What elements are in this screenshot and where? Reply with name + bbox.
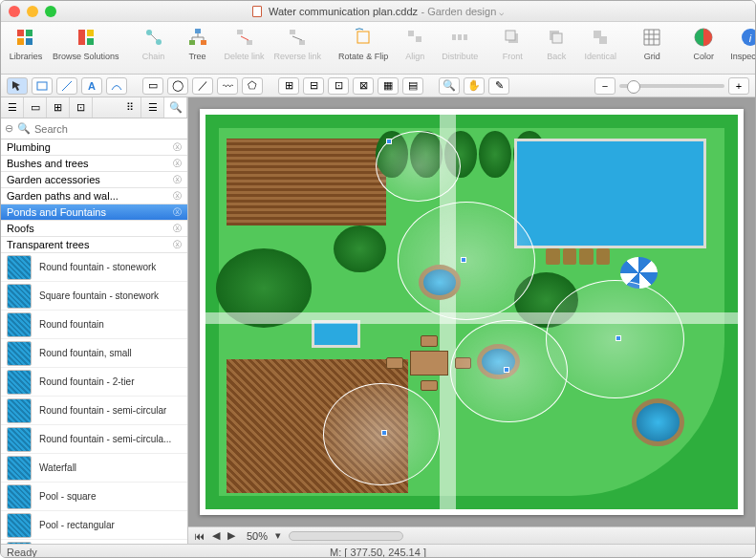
sidebar-tab-3[interactable]: ⊞ [47, 97, 70, 118]
zoom-label[interactable]: 50% [247, 530, 268, 542]
category-close-icon[interactable]: ⓧ [173, 239, 182, 251]
identical-button[interactable]: Identical [583, 25, 617, 61]
category-ponds-and-fountains[interactable]: Ponds and Fountainsⓧ [1, 204, 187, 221]
library-item[interactable]: Round fountain - semi-circula... [1, 425, 187, 454]
category-close-icon[interactable]: ⓧ [173, 141, 182, 154]
category-roofs[interactable]: Roofsⓧ [1, 221, 187, 237]
svg-rect-23 [464, 34, 467, 40]
browse-solutions-button[interactable]: Browse Solutions [53, 25, 119, 61]
shape-curve-tool[interactable]: 〰 [217, 77, 238, 95]
line-tool[interactable] [56, 77, 77, 95]
category-close-icon[interactable]: ⓧ [173, 174, 182, 186]
sidebar-tab-1[interactable]: ☰ [1, 97, 24, 118]
category-garden-paths-and-wal-[interactable]: Garden paths and wal...ⓧ [1, 188, 187, 204]
svg-rect-14 [247, 40, 252, 45]
rect-tool[interactable] [32, 77, 53, 95]
svg-rect-13 [237, 30, 243, 34]
library-item[interactable]: Waterfall [1, 454, 187, 483]
sidebar-tab-grid[interactable]: ⠿ [119, 97, 141, 118]
zoom-out-button[interactable]: − [594, 77, 616, 95]
library-item[interactable]: Round fountain - stonework [1, 253, 187, 282]
library-item[interactable]: Pool - rectangular [1, 511, 187, 540]
rotate-flip-button[interactable]: Rotate & Flip [338, 25, 388, 61]
reverse-link-button[interactable]: Reverse link [274, 25, 322, 61]
library-item[interactable]: Round fountain - 2-tier [1, 368, 187, 397]
svg-rect-17 [299, 40, 305, 45]
library-item[interactable]: Round fountain [1, 311, 187, 339]
inspectors-button[interactable]: iInspectors [730, 25, 756, 61]
page-nav-next[interactable]: ▶ [227, 529, 235, 542]
svg-rect-29 [599, 36, 607, 44]
info-icon: i [738, 25, 756, 50]
category-close-icon[interactable]: ⓧ [173, 206, 182, 219]
minimize-window-button[interactable] [27, 6, 38, 17]
category-bushes-and-trees[interactable]: Bushes and treesⓧ [1, 156, 187, 172]
color-button[interactable]: Color [686, 25, 721, 61]
back-button[interactable]: Back [539, 25, 573, 61]
library-thumb [7, 284, 32, 309]
snap-tool-1[interactable]: ⊞ [278, 77, 299, 95]
snap-tool-2[interactable]: ⊟ [303, 77, 324, 95]
zoom-in-button[interactable]: + [728, 77, 749, 95]
svg-rect-21 [452, 34, 456, 40]
zoom-dropdown-icon[interactable]: ▾ [275, 529, 281, 542]
shape-ellipse-tool[interactable]: ◯ [167, 77, 188, 95]
sidebar-tab-2[interactable]: ▭ [24, 97, 47, 118]
zoom-window-button[interactable] [45, 6, 56, 17]
snap-tool-3[interactable]: ⊡ [328, 77, 349, 95]
snap-tool-6[interactable]: ▤ [402, 77, 423, 95]
pointer-tool[interactable] [7, 77, 28, 95]
distribute-icon [447, 25, 472, 50]
zoom-in-tool[interactable]: 🔍 [439, 77, 460, 95]
distribute-button[interactable]: Distribute [442, 25, 478, 61]
drawing-canvas[interactable] [200, 109, 744, 515]
shape-poly-tool[interactable]: ⬠ [242, 77, 263, 95]
sidebar: ☰ ▭ ⊞ ⊡ ⠿ ☰ 🔍 ⊖ 🔍 PlumbingⓧBushes and tr… [1, 97, 188, 544]
delete-link-button[interactable]: Delete link [225, 25, 265, 61]
close-window-button[interactable] [9, 6, 20, 17]
library-thumb [7, 312, 32, 337]
subtitle-label: Garden design [427, 6, 496, 17]
snap-tool-5[interactable]: ▦ [378, 77, 399, 95]
library-item[interactable]: Round fountain, small [1, 339, 187, 368]
chain-button[interactable]: Chain [137, 25, 171, 61]
category-plumbing[interactable]: Plumbingⓧ [1, 140, 187, 156]
library-item[interactable]: Pool - square [1, 483, 187, 511]
text-tool[interactable]: A [81, 77, 102, 95]
sidebar-tab-search[interactable]: 🔍 [164, 97, 187, 118]
snap-tool-4[interactable]: ⊠ [353, 77, 374, 95]
page-nav-prev[interactable]: ◀ [212, 529, 220, 542]
tree-button[interactable]: Tree [181, 25, 215, 61]
svg-rect-11 [189, 40, 195, 45]
category-garden-accessories[interactable]: Garden accessoriesⓧ [1, 172, 187, 188]
category-transparent-trees[interactable]: Transparent treesⓧ [1, 237, 187, 253]
category-close-icon[interactable]: ⓧ [173, 223, 182, 235]
mouse-coords: M: [ 377.50, 245.14 ] [1, 547, 755, 558]
front-button[interactable]: Front [495, 25, 529, 61]
grid-button[interactable]: Grid [635, 25, 669, 61]
library-item[interactable]: Square fountain - stonework [1, 282, 187, 311]
pan-tool[interactable]: ✋ [464, 77, 485, 95]
libraries-button[interactable]: Libraries [9, 25, 43, 61]
collapse-icon[interactable]: ⊖ [5, 122, 13, 135]
page-nav-first[interactable]: ⏮ [194, 530, 205, 542]
libraries-icon [13, 25, 38, 50]
category-close-icon[interactable]: ⓧ [173, 158, 182, 170]
eyedropper-tool[interactable]: ✎ [488, 77, 509, 95]
shape-line-tool[interactable]: ／ [192, 77, 213, 95]
svg-rect-18 [357, 32, 369, 43]
zoom-slider[interactable] [619, 84, 724, 88]
library-item-label: Round fountain, small [39, 348, 132, 358]
search-icon: 🔍 [17, 122, 31, 135]
align-button[interactable]: Align [398, 25, 432, 61]
library-list[interactable]: Round fountain - stoneworkSquare fountai… [1, 253, 187, 544]
shape-rect-tool[interactable]: ▭ [142, 77, 163, 95]
category-close-icon[interactable]: ⓧ [173, 190, 182, 203]
library-item[interactable]: Round fountain - semi-circular [1, 397, 187, 425]
horizontal-scrollbar[interactable] [289, 531, 403, 541]
filename-label: Water communication plan.cddz [269, 6, 418, 17]
sidebar-tab-list[interactable]: ☰ [141, 97, 164, 118]
search-input[interactable] [34, 123, 184, 135]
sidebar-tab-4[interactable]: ⊡ [70, 97, 93, 118]
connector-tool[interactable] [106, 77, 127, 95]
